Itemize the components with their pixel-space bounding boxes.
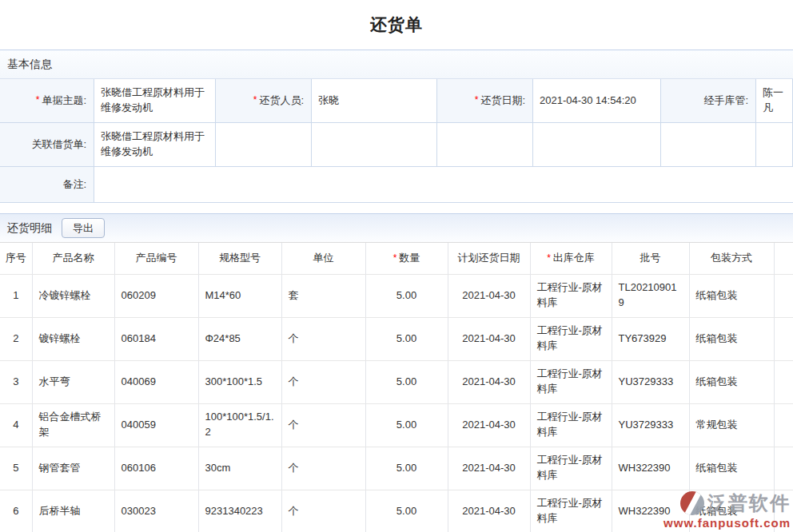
section-spacer — [0, 203, 793, 213]
cell-unit: 个 — [281, 317, 365, 360]
cell-warehouse: 工程行业-原材料库 — [530, 360, 612, 403]
cell-clipped — [774, 490, 793, 532]
cell-product-code: 040069 — [114, 360, 198, 403]
cell-index: 4 — [0, 403, 32, 447]
col-header-warehouse: *出库仓库 — [530, 243, 612, 274]
table-row: 4铝合金槽式桥架040059100*100*1.5/1.2个5.002021-0… — [0, 403, 793, 447]
cell-spec-model: M14*60 — [198, 274, 281, 317]
detail-section-bar: 还货明细 导出 — [0, 213, 793, 243]
cell-spec-model: Φ24*85 — [198, 317, 281, 360]
cell-spec-model: 9231340223 — [198, 490, 281, 532]
related-order-label: 关联借货单: — [0, 123, 94, 167]
detail-section-title: 还货明细 — [7, 221, 52, 236]
cell-product-name: 冷镀锌螺栓 — [32, 274, 114, 317]
cell-unit: 个 — [281, 403, 365, 447]
cell-index: 5 — [0, 447, 32, 490]
cell-batch-no: WH322390 — [612, 490, 689, 532]
table-row: 1冷镀锌螺栓060209M14*60套5.002021-04-30工程行业-原材… — [0, 274, 793, 317]
detail-table-header-row: 序号产品名称产品编号规格型号单位*数量计划还货日期*出库仓库批号包装方式 — [0, 243, 793, 274]
cell-planned-return-date: 2021-04-30 — [448, 274, 530, 317]
cell-product-code: 060209 — [114, 274, 198, 317]
cell-warehouse: 工程行业-原材料库 — [530, 447, 612, 490]
cell-planned-return-date: 2021-04-30 — [448, 490, 530, 532]
remark-label: 备注: — [0, 167, 94, 202]
cell-product-code: 060106 — [114, 447, 198, 490]
cell-quantity: 5.00 — [365, 490, 448, 532]
cell-product-code: 060184 — [114, 317, 198, 360]
detail-table-body: 1冷镀锌螺栓060209M14*60套5.002021-04-30工程行业-原材… — [0, 274, 793, 532]
table-row: 5钢管套管06010630cm个5.002021-04-30工程行业-原材料库W… — [0, 447, 793, 490]
col-header-quantity: *数量 — [365, 243, 448, 274]
empty-cell — [533, 123, 661, 167]
page-title: 还货单 — [0, 0, 793, 50]
col-header-product-name: 产品名称 — [32, 243, 114, 274]
cell-packaging: 纸箱包装 — [689, 360, 774, 403]
cell-quantity: 5.00 — [365, 274, 448, 317]
return-date-label: * 还货日期: — [437, 79, 533, 123]
empty-cell — [312, 123, 437, 167]
subject-label: * 单据主题: — [0, 79, 94, 123]
cell-unit: 套 — [281, 274, 365, 317]
col-header-product-code: 产品编号 — [114, 243, 198, 274]
related-order-value: 张晓借工程原材料用于维修发动机 — [94, 123, 216, 167]
cell-planned-return-date: 2021-04-30 — [448, 317, 530, 360]
cell-batch-no: WH322390 — [612, 447, 689, 490]
col-header-index: 序号 — [0, 243, 32, 274]
cell-clipped — [774, 317, 793, 360]
cell-index: 1 — [0, 274, 32, 317]
col-header-unit: 单位 — [281, 243, 365, 274]
empty-cell — [216, 123, 312, 167]
required-mark: * — [547, 252, 551, 264]
cell-batch-no: TL202109019 — [612, 274, 689, 317]
basic-info-section-title: 基本信息 — [7, 58, 52, 72]
cell-batch-no: YU3729333 — [612, 360, 689, 403]
cell-unit: 个 — [281, 490, 365, 532]
cell-product-code: 040059 — [114, 403, 198, 447]
cell-packaging: 纸箱包装 — [689, 274, 774, 317]
cell-planned-return-date: 2021-04-30 — [448, 403, 530, 447]
cell-packaging: 常规包装 — [689, 403, 774, 447]
cell-quantity: 5.00 — [365, 317, 448, 360]
cell-product-name: 后桥半轴 — [32, 490, 114, 532]
required-mark: * — [36, 93, 40, 107]
cell-spec-model: 100*100*1.5/1.2 — [198, 403, 281, 447]
cell-product-name: 水平弯 — [32, 360, 114, 403]
export-button[interactable]: 导出 — [62, 218, 105, 238]
cell-product-name: 钢管套管 — [32, 447, 114, 490]
empty-cell — [437, 123, 533, 167]
cell-clipped — [774, 360, 793, 403]
cell-packaging: 纸箱包装 — [689, 317, 774, 360]
cell-clipped — [774, 274, 793, 317]
detail-table: 序号产品名称产品编号规格型号单位*数量计划还货日期*出库仓库批号包装方式 1冷镀… — [0, 243, 793, 532]
col-header-clipped — [774, 243, 793, 274]
required-mark: * — [253, 93, 257, 107]
cell-warehouse: 工程行业-原材料库 — [530, 274, 612, 317]
cell-index: 6 — [0, 490, 32, 532]
col-header-spec-model: 规格型号 — [198, 243, 281, 274]
cell-packaging: 纸箱包装 — [689, 447, 774, 490]
cell-spec-model: 300*100*1.5 — [198, 360, 281, 403]
returner-value: 张晓 — [312, 79, 437, 123]
cell-product-name: 镀锌螺栓 — [32, 317, 114, 360]
cell-warehouse: 工程行业-原材料库 — [530, 490, 612, 532]
cell-quantity: 5.00 — [365, 447, 448, 490]
cell-batch-no: TY673929 — [612, 317, 689, 360]
returner-label: * 还货人员: — [216, 79, 312, 123]
cell-warehouse: 工程行业-原材料库 — [530, 403, 612, 447]
required-mark: * — [475, 93, 479, 107]
col-header-planned-return-date: 计划还货日期 — [448, 243, 530, 274]
cell-quantity: 5.00 — [365, 360, 448, 403]
empty-cell — [661, 123, 756, 167]
cell-planned-return-date: 2021-04-30 — [448, 447, 530, 490]
return-date-value: 2021-04-30 14:54:20 — [533, 79, 661, 123]
cell-packaging: 纸箱包装 — [689, 490, 774, 532]
remark-value — [94, 167, 793, 202]
table-row: 3水平弯040069300*100*1.5个5.002021-04-30工程行业… — [0, 360, 793, 403]
cell-index: 3 — [0, 360, 32, 403]
basic-info-form: * 单据主题: 张晓借工程原材料用于维修发动机 * 还货人员: 张晓 * 还货日… — [0, 79, 793, 203]
cell-product-code: 030023 — [114, 490, 198, 532]
col-header-batch-no: 批号 — [612, 243, 689, 274]
cell-quantity: 5.00 — [365, 403, 448, 447]
cell-warehouse: 工程行业-原材料库 — [530, 317, 612, 360]
cell-unit: 个 — [281, 447, 365, 490]
